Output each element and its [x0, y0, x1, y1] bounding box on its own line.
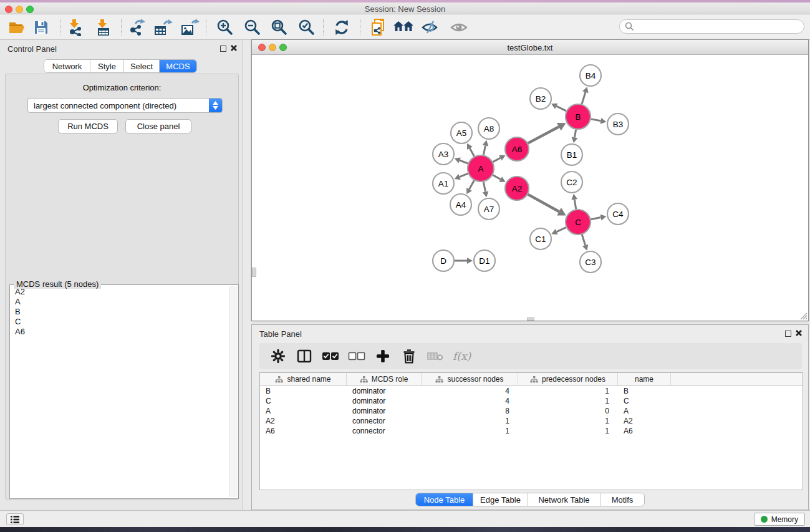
network-node-C1[interactable]: C1	[530, 228, 551, 249]
network-node-B3[interactable]: B3	[607, 114, 629, 135]
network-node-C2[interactable]: C2	[561, 172, 582, 193]
column-header-successor-nodes[interactable]: successor nodes	[422, 373, 518, 385]
tab-node-table[interactable]: Node Table	[416, 493, 473, 506]
network-edge[interactable]	[470, 148, 474, 157]
tab-mcds[interactable]: MCDS	[160, 60, 196, 72]
column-header-mcds-role[interactable]: MCDS role	[347, 373, 422, 385]
column-header-predecessor-nodes[interactable]: predecessor nodes	[518, 373, 618, 385]
table-cell[interactable]: 1	[422, 426, 518, 436]
tab-network-table[interactable]: Network Table	[528, 493, 600, 506]
result-list-item[interactable]: A	[11, 297, 229, 307]
column-header-name[interactable]: name	[618, 373, 671, 385]
resize-grip-icon[interactable]	[799, 312, 808, 320]
network-node-A2[interactable]: A2	[505, 177, 529, 200]
table-cell[interactable]: 1	[518, 416, 618, 426]
home-icon[interactable]	[393, 18, 414, 37]
network-edge[interactable]	[591, 119, 601, 121]
table-cell[interactable]: dominator	[347, 406, 422, 416]
checked-boxes-icon[interactable]	[322, 347, 339, 365]
table-row[interactable]: A2connector11A2	[260, 416, 803, 426]
table-cell[interactable]: 1	[518, 386, 618, 396]
vertical-scroll-thumb[interactable]	[252, 268, 256, 277]
table-cell[interactable]: C	[618, 396, 671, 406]
tab-style[interactable]: Style	[90, 60, 124, 72]
network-node-B4[interactable]: B4	[580, 65, 601, 86]
import-table-icon[interactable]	[93, 18, 114, 37]
columns-icon[interactable]	[296, 347, 313, 365]
zoom-in-icon[interactable]	[215, 18, 236, 37]
unchecked-boxes-icon[interactable]	[348, 347, 365, 365]
import-network-icon[interactable]	[65, 18, 86, 37]
table-cell[interactable]: A	[618, 406, 671, 416]
network-edge[interactable]	[582, 235, 585, 245]
table-row[interactable]: Bdominator41B	[260, 386, 803, 396]
table-cell[interactable]: 4	[422, 386, 518, 396]
network-graph[interactable]: AA1A2A3A4A5A6A7A8BB1B2B3B4CC1C2C3C4DD1	[252, 56, 808, 321]
table-cell[interactable]: B	[618, 386, 671, 396]
network-edge[interactable]	[591, 218, 601, 220]
network-node-A5[interactable]: A5	[451, 122, 472, 143]
network-edge[interactable]	[528, 195, 559, 212]
table-cell[interactable]: 8	[422, 406, 518, 416]
float-panel-icon[interactable]	[785, 331, 791, 337]
gear-icon[interactable]	[269, 347, 287, 365]
close-panel-icon[interactable]	[795, 329, 803, 337]
network-edge[interactable]	[557, 228, 566, 232]
network-node-A7[interactable]: A7	[478, 198, 499, 220]
hide-eye-icon[interactable]	[420, 18, 441, 37]
network-edge[interactable]	[483, 145, 485, 155]
close-panel-icon[interactable]	[230, 44, 238, 52]
table-row[interactable]: Adominator80A	[260, 406, 803, 416]
table-cell[interactable]: A2	[618, 416, 671, 426]
result-list-item[interactable]: A6	[11, 327, 229, 337]
zoom-out-icon[interactable]	[242, 18, 263, 37]
table-cell[interactable]: A	[260, 406, 347, 416]
show-eye-icon[interactable]	[448, 18, 470, 37]
table-cell[interactable]: 1	[422, 416, 518, 426]
network-node-A1[interactable]: A1	[433, 173, 454, 194]
memory-button[interactable]: Memory	[754, 513, 805, 526]
zoom-selected-icon[interactable]	[296, 18, 317, 37]
export-network-icon[interactable]	[126, 18, 147, 37]
network-edge[interactable]	[460, 160, 468, 163]
table-cell[interactable]: 1	[518, 396, 618, 406]
network-edge[interactable]	[460, 173, 468, 177]
network-canvas[interactable]: AA1A2A3A4A5A6A7A8BB1B2B3B4CC1C2C3C4DD1	[252, 56, 808, 321]
network-node-B1[interactable]: B1	[561, 144, 582, 165]
table-cell[interactable]: 4	[422, 396, 518, 406]
tab-select[interactable]: Select	[124, 60, 160, 72]
table-cell[interactable]: A6	[618, 426, 671, 436]
run-mcds-button[interactable]: Run MCDS	[58, 119, 118, 133]
network-node-B2[interactable]: B2	[530, 88, 551, 109]
float-panel-icon[interactable]	[220, 46, 226, 52]
trash-icon[interactable]	[400, 347, 418, 365]
network-node-D[interactable]: D	[433, 250, 454, 271]
open-folder-icon[interactable]	[6, 18, 27, 37]
network-node-A4[interactable]: A4	[450, 194, 471, 215]
network-edge[interactable]	[556, 106, 566, 111]
save-icon[interactable]	[31, 18, 52, 37]
network-edge[interactable]	[470, 180, 475, 189]
network-node-D1[interactable]: D1	[474, 250, 495, 271]
network-edge[interactable]	[575, 130, 576, 138]
export-table-icon[interactable]	[152, 18, 173, 37]
table-cell[interactable]: 1	[518, 426, 618, 436]
table-cell[interactable]: 0	[518, 406, 618, 416]
network-node-A6[interactable]: A6	[505, 137, 529, 161]
table-row[interactable]: Cdominator41C	[260, 396, 803, 406]
table-row[interactable]: A6connector11A6	[260, 426, 803, 436]
network-window-titlebar[interactable]: testGlobe.txt	[252, 40, 808, 55]
table-cell[interactable]: connector	[347, 416, 422, 426]
table-cell[interactable]: A6	[260, 426, 347, 436]
tab-motifs[interactable]: Motifs	[600, 493, 644, 506]
table-cell[interactable]: C	[260, 396, 347, 406]
table-cell[interactable]: B	[260, 386, 347, 396]
network-node-B[interactable]: B	[566, 104, 591, 129]
result-list-item[interactable]: A2	[11, 287, 229, 297]
refresh-icon[interactable]	[331, 18, 352, 37]
tab-network[interactable]: Network	[44, 60, 90, 72]
table-cell[interactable]: dominator	[347, 386, 422, 396]
column-header-shared-name[interactable]: shared name	[260, 373, 347, 385]
network-edge[interactable]	[493, 175, 500, 180]
network-node-A[interactable]: A	[468, 155, 494, 181]
